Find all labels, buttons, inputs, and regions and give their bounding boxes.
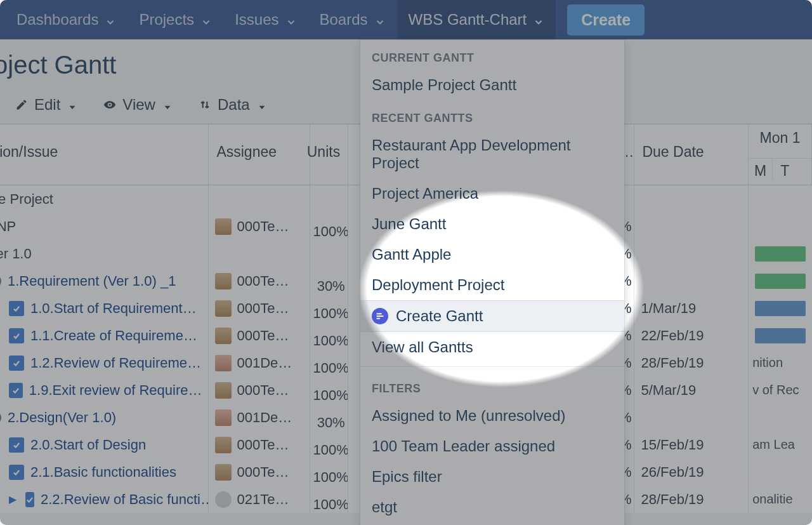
cell-assignee[interactable]: 000Te… [209,322,310,349]
dropdown-view-all-gantts[interactable]: View all Gantts [360,332,624,362]
cell-units[interactable] [310,240,348,267]
cell-issue[interactable]: 1.1.Create of Requireme… [0,322,209,349]
row-issue-label[interactable]: 1.2.Review of Requireme… [30,355,201,371]
cell-units[interactable]: 100% [310,486,348,513]
cell-issue[interactable]: 2.Design(Ver 1.0) [0,404,209,431]
nav-boards[interactable]: Boards [308,0,397,39]
cell-due-date[interactable]: 1/Mar/19 [634,295,749,322]
dropdown-create-gantt[interactable]: Create Gantt [360,300,624,332]
cell-gantt[interactable] [749,213,812,240]
cell-assignee[interactable]: 000Te… [209,267,310,295]
cell-gantt[interactable] [749,458,812,486]
cell-issue[interactable]: 1.9.Exit review of Require… [0,376,209,404]
cell-issue[interactable]: ple Project [0,185,209,213]
col-header-assignee[interactable]: Assignee [209,124,310,185]
dropdown-filter-item[interactable]: etgt [360,492,624,522]
cell-due-date[interactable] [634,213,749,240]
toolbar-view[interactable]: View [103,96,173,114]
cell-issue[interactable]: 1.Requirement (Ver 1.0) _1 [0,267,209,295]
row-issue-label[interactable]: 2.Design(Ver 1.0) [8,409,116,426]
cell-due-date[interactable] [634,185,749,213]
dropdown-recent-item[interactable]: Restaurant App Development Project [360,130,624,178]
dropdown-filter-item[interactable]: Assigned to Me (unresolved) [360,401,624,431]
cell-gantt[interactable]: am Lea [749,431,812,458]
dropdown-filter-item[interactable]: Filter PA and SP [360,522,624,525]
cell-units[interactable]: 100% [310,458,348,486]
cell-due-date[interactable] [634,240,749,267]
cell-assignee[interactable] [209,185,310,213]
cell-units[interactable] [310,185,348,213]
cell-issue[interactable]: KNP [0,213,209,240]
cell-assignee[interactable]: 000Te… [209,458,310,486]
row-issue-label[interactable]: 2.1.Basic functionalities [30,464,176,481]
cell-units[interactable]: 100% [310,295,348,322]
cell-assignee[interactable]: 001De… [209,404,310,431]
gantt-bar[interactable] [755,301,806,316]
cell-issue[interactable]: ▶2.2.Review of Basic functi… [0,486,209,513]
gantt-bar[interactable] [755,246,806,262]
cell-units[interactable]: 100% [310,431,348,458]
cell-issue[interactable]: 1.0.Start of Requirement… [0,295,209,322]
cell-assignee[interactable]: 000Te… [209,431,310,458]
cell-assignee[interactable]: 021Te… [209,486,310,513]
cell-due-date[interactable]: 28/Feb/19 [634,486,749,513]
cell-assignee[interactable] [209,240,310,267]
cell-assignee[interactable]: 000Te… [209,376,310,404]
dropdown-recent-item[interactable]: Deployment Project [360,270,624,300]
dropdown-filter-item[interactable]: Epics filter [360,462,624,492]
cell-issue[interactable]: 2.1.Basic functionalities [0,458,209,486]
cell-due-date[interactable]: 22/Feb/19 [634,322,749,349]
cell-due-date[interactable] [634,267,749,295]
expand-caret-icon[interactable]: ▶ [9,493,16,505]
cell-assignee[interactable]: 000Te… [209,295,310,322]
cell-issue[interactable]: 2.0.Start of Design [0,431,209,458]
cell-issue[interactable]: 1.2.Review of Requireme… [0,349,209,376]
nav-projects[interactable]: Projects [128,0,223,39]
col-header-units[interactable]: Units [310,124,348,185]
dropdown-filter-item[interactable]: 100 Team Leader assigned [360,431,624,462]
cell-due-date[interactable] [634,404,749,431]
toolbar-edit[interactable]: Edit [15,96,78,114]
cell-units[interactable]: 100% [310,376,348,404]
dropdown-current-gantt[interactable]: Sample Project Gantt [360,70,624,100]
cell-due-date[interactable]: 26/Feb/19 [634,458,749,486]
col-header-due[interactable]: Due Date [634,124,749,185]
cell-due-date[interactable]: 5/Mar/19 [634,376,749,404]
cell-assignee[interactable]: 001De… [209,349,310,376]
cell-gantt[interactable]: onalitie [749,486,812,513]
cell-due-date[interactable]: 15/Feb/19 [634,431,749,458]
cell-gantt[interactable] [749,267,812,295]
cell-units[interactable]: 100% [310,213,348,240]
cell-gantt[interactable] [749,404,812,431]
cell-gantt[interactable]: nition [749,349,812,376]
gantt-bar[interactable] [755,328,806,343]
toolbar-data[interactable]: Data [199,96,268,114]
row-issue-label[interactable]: 1.Requirement (Ver 1.0) _1 [8,273,176,289]
dropdown-recent-item[interactable]: Project America [360,178,624,209]
cell-gantt[interactable] [749,295,812,322]
cell-gantt[interactable] [749,322,812,349]
nav-dashboards[interactable]: Dashboards [5,0,128,39]
col-header-issue[interactable]: rsion/Issue [0,124,209,185]
cell-units[interactable]: 30% [310,267,348,295]
cell-units[interactable]: 100% [310,349,348,376]
cell-due-date[interactable]: 28/Feb/19 [634,349,749,376]
gantt-bar[interactable] [755,274,806,289]
row-issue-label[interactable]: 1.0.Start of Requirement… [30,300,197,317]
create-button[interactable]: Create [567,4,645,36]
cell-assignee[interactable]: 000Te… [209,213,310,240]
cell-issue[interactable]: Ver 1.0 [0,240,209,267]
cell-gantt[interactable] [749,185,812,213]
row-issue-label[interactable]: 1.1.Create of Requireme… [30,328,197,344]
cell-gantt[interactable] [749,240,812,267]
cell-units[interactable]: 30% [310,404,348,431]
nav-wbs-gantt[interactable]: WBS Gantt-Chart [397,0,556,39]
cell-gantt[interactable]: v of Rec [749,376,812,404]
cell-units[interactable]: 100% [310,322,348,349]
row-issue-label[interactable]: 2.0.Start of Design [30,437,146,453]
dropdown-recent-item[interactable]: June Gantt [360,209,624,239]
row-issue-label[interactable]: 1.9.Exit review of Require… [29,382,202,399]
dropdown-recent-item[interactable]: Gantt Apple [360,239,624,270]
nav-issues[interactable]: Issues [223,0,308,39]
row-issue-label[interactable]: 2.2.Review of Basic functi… [41,491,209,508]
